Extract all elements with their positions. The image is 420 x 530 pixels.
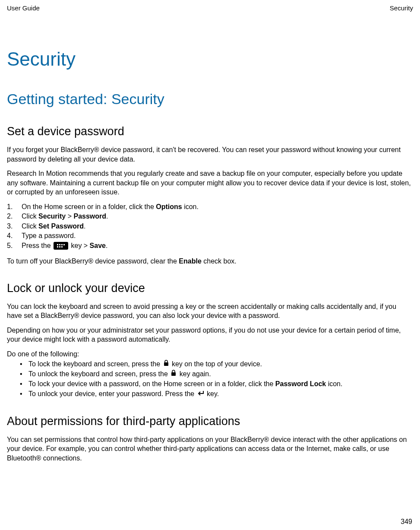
bullet-list: To lock the keyboard and screen, press t… (7, 359, 413, 399)
page-title: Security (7, 48, 413, 70)
list-item: On the Home screen or in a folder, click… (7, 202, 413, 212)
body-paragraph: You can lock the keyboard and screen to … (7, 302, 413, 321)
steps-list: On the Home screen or in a folder, click… (7, 202, 413, 251)
section-getting-started-heading: Getting started: Security (7, 91, 413, 108)
list-item: Click Security > Password. (7, 212, 413, 221)
page-number: 349 (401, 518, 412, 526)
lock-unlock-heading: Lock or unlock your device (7, 282, 413, 295)
list-item: To unlock your device, enter your passwo… (7, 389, 413, 399)
list-item: To lock your device with a password, on … (7, 379, 413, 389)
body-paragraph: To turn off your BlackBerry® device pass… (7, 257, 413, 266)
list-item: Press the key > Save. (7, 241, 413, 251)
header-right: Security (390, 4, 413, 12)
page-header: User Guide Security (7, 4, 413, 12)
body-paragraph: Depending on how you or your administrat… (7, 326, 413, 344)
lock-key-icon (171, 370, 177, 379)
svg-rect-1 (171, 372, 176, 376)
body-paragraph: Research In Motion recommends that you r… (7, 169, 413, 197)
menu-key-icon (54, 242, 68, 250)
permissions-heading: About permissions for third-party applic… (7, 415, 413, 428)
list-item: To lock the keyboard and screen, press t… (7, 359, 413, 369)
enter-key-icon (197, 389, 204, 399)
svg-rect-0 (164, 362, 168, 366)
list-item: Click Set Password. (7, 222, 413, 231)
body-paragraph: Do one of the following: (7, 349, 413, 359)
body-paragraph: You can set permissions that control how… (7, 435, 413, 463)
body-paragraph: If you forget your BlackBerry® device pa… (7, 145, 413, 164)
lock-key-icon (163, 360, 169, 369)
set-device-password-heading: Set a device password (7, 125, 413, 138)
list-item: Type a password. (7, 231, 413, 241)
list-item: To unlock the keyboard and screen, press… (7, 369, 413, 379)
header-left: User Guide (7, 4, 40, 12)
